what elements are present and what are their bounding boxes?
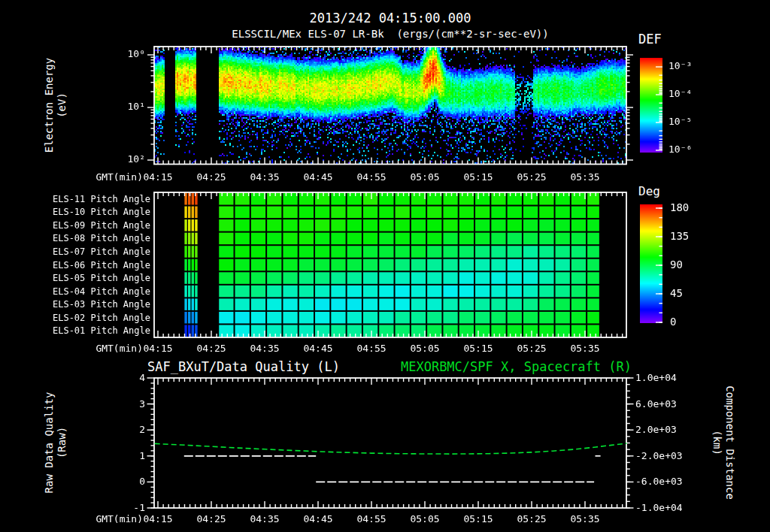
els-spectrogram-screen: 2013/242 04:15:00.000 ELSSCIL/MEx ELS-07…	[0, 0, 770, 532]
def-colorbar	[640, 58, 662, 153]
time-tick-label: 04:35	[242, 513, 287, 524]
time-tick-label: 05:05	[402, 513, 447, 524]
component-distance-axis-label-line2: (km)	[711, 371, 723, 514]
component-distance-axis-label: Component Distance (km)	[711, 371, 736, 514]
time-tick-label: 04:55	[349, 343, 394, 354]
electron-energy-axis-label-line2: (eV)	[56, 38, 68, 173]
pitch-row-label: ELS-07 Pitch Angle	[0, 246, 150, 257]
time-tick-label: 05:25	[509, 171, 554, 183]
quality-tick-label: -1	[111, 502, 145, 513]
distance-series-title: MEXORBMC/SPF X, Spacecraft (R)	[401, 359, 632, 374]
quality-tick-label: 1	[111, 450, 145, 461]
pitch-row-label: ELS-06 Pitch Angle	[0, 260, 150, 271]
quality-series-title: SAF_BXuT/Data Quality (L)	[147, 359, 340, 374]
time-tick-label: 04:25	[189, 171, 234, 183]
pitch-row-label: ELS-11 Pitch Angle	[0, 194, 150, 204]
pitch-row-label: ELS-03 Pitch Angle	[0, 299, 150, 310]
electron-energy-axis-label-line1: Electron Energy	[43, 38, 56, 173]
time-tick-label: 05:35	[562, 343, 608, 354]
raw-data-quality-axis-label: Raw Data Quality (Raw)	[43, 375, 68, 510]
pitch-row-label: ELS-05 Pitch Angle	[0, 273, 150, 283]
raw-data-quality-axis-label-line2: (Raw)	[56, 375, 68, 510]
distance-tick-label: -1.0e+04	[635, 502, 683, 513]
energy-tick-label: 10¹	[100, 101, 145, 112]
deg-colorbar-title: Deg	[638, 184, 660, 198]
time-tick-label: 04:25	[189, 343, 234, 354]
time-tick-label: 04:55	[349, 513, 394, 524]
gmt-axis-label: GMT(min)	[80, 343, 143, 354]
quality-tick-label: 4	[111, 372, 145, 383]
time-tick-label: 05:25	[509, 343, 554, 354]
def-scale-label: 10⁻⁵	[668, 116, 692, 127]
def-colorbar-title: DEF	[638, 32, 662, 47]
time-tick-label: 05:05	[402, 343, 447, 354]
time-tick-label: 04:25	[189, 513, 234, 524]
time-tick-label: 04:35	[242, 171, 287, 183]
quality-tick-label: 2	[111, 424, 145, 435]
time-tick-label: 04:45	[296, 513, 341, 524]
distance-tick-label: -2.0e+03	[635, 450, 683, 461]
time-tick-label: 04:45	[296, 171, 341, 183]
time-tick-label: 04:55	[349, 171, 394, 183]
deg-scale-label: 0	[670, 316, 676, 328]
energy-tick-label: 10²	[100, 153, 145, 165]
energy-tick-label: 10⁰	[100, 48, 145, 59]
pitch-row-label: ELS-04 Pitch Angle	[0, 286, 150, 297]
time-tick-label: 04:35	[242, 343, 287, 354]
deg-scale-label: 90	[670, 258, 683, 271]
deg-scale-label: 180	[670, 201, 689, 213]
def-scale-label: 10⁻⁶	[668, 144, 692, 155]
pitch-row-label: ELS-08 Pitch Angle	[0, 233, 150, 243]
electron-energy-spectrogram	[154, 47, 626, 165]
time-tick-label: 05:35	[562, 513, 608, 524]
electron-energy-axis-label: Electron Energy (eV)	[43, 38, 68, 173]
component-distance-axis-label-line1: Component Distance	[723, 371, 736, 514]
pitch-row-label: ELS-02 Pitch Angle	[0, 313, 150, 323]
time-tick-label: 05:05	[402, 171, 447, 183]
time-tick-label: 05:25	[509, 513, 554, 524]
raw-data-quality-axis-label-line1: Raw Data Quality	[43, 375, 56, 510]
time-tick-label: 05:15	[456, 513, 501, 524]
time-tick-label: 05:15	[456, 343, 501, 354]
time-tick-label: 05:35	[562, 171, 608, 183]
distance-tick-label: 6.0e+03	[635, 398, 677, 410]
time-tick-label: 04:45	[296, 343, 341, 354]
quality-tick-label: 3	[111, 398, 145, 410]
quality-tick-label: 0	[111, 476, 145, 487]
pitch-row-label: ELS-10 Pitch Angle	[0, 207, 150, 217]
def-scale-label: 10⁻⁴	[668, 88, 692, 99]
pitch-row-label: ELS-01 Pitch Angle	[0, 325, 150, 336]
def-scale-label: 10⁻³	[668, 60, 692, 71]
gmt-axis-label: GMT(min)	[80, 513, 143, 524]
gmt-axis-label: GMT(min)	[80, 171, 143, 183]
distance-tick-label: 2.0e+03	[635, 424, 677, 435]
deg-scale-label: 45	[670, 287, 683, 299]
pitch-row-label: ELS-09 Pitch Angle	[0, 220, 150, 231]
pitch-angle-heatmap	[154, 192, 626, 337]
distance-tick-label: -6.0e+03	[635, 476, 683, 487]
time-tick-label: 05:15	[456, 171, 501, 183]
page-title: 2013/242 04:15:00.000	[0, 11, 770, 26]
deg-scale-label: 135	[670, 230, 689, 242]
deg-colorbar	[640, 204, 662, 323]
distance-tick-label: 1.0e+04	[635, 372, 677, 383]
